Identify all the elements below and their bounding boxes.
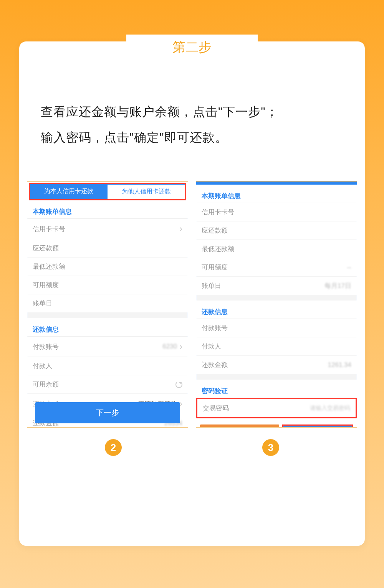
instruction-line-2: 输入密码，点击"确定"即可还款。 xyxy=(41,125,343,150)
tab-other-card[interactable]: 为他人信用卡还款 xyxy=(107,184,185,199)
row-bill-date-2: 账单日 每月17日 xyxy=(196,277,357,295)
repay-info-header: 还款信息 xyxy=(27,318,188,337)
confirm-button[interactable]: 确 定 xyxy=(283,426,352,427)
step-tab: 第二步 xyxy=(126,35,258,61)
section-spacer xyxy=(27,313,188,318)
cancel-button[interactable]: 取 消 xyxy=(200,424,279,427)
label-card-no-2: 信用卡卡号 xyxy=(202,208,234,216)
label-pay-acct: 付款账号 xyxy=(33,342,59,351)
value-pay-acct: 6230 xyxy=(162,343,177,350)
row-min-amount-2: 最低还款额 xyxy=(196,240,357,258)
value-avail-credit-2: -- xyxy=(347,264,351,271)
screenshots-row: 为本人信用卡还款 为他人信用卡还款 本期账单信息 信用卡卡号 › 应还款额 最低… xyxy=(19,150,365,428)
label-min-amount: 最低还款额 xyxy=(33,262,65,271)
screenshot-2: 为本人信用卡还款 为他人信用卡还款 本期账单信息 信用卡卡号 › 应还款额 最低… xyxy=(27,181,188,428)
row-due-amount: 应还款额 xyxy=(27,239,188,258)
row-card-no-2: 信用卡卡号 xyxy=(196,203,357,221)
bill-info-header: 本期账单信息 xyxy=(27,200,188,219)
refresh-icon[interactable] xyxy=(175,381,182,388)
screenshot-3: 本期账单信息 信用卡卡号 应还款额 最低还款额 可用额度-- 账单日 每月17日… xyxy=(196,181,357,428)
label-avail-credit: 可用额度 xyxy=(33,281,59,289)
next-button[interactable]: 下一步 xyxy=(35,402,180,423)
label-repay-amount-2: 还款金额 xyxy=(202,360,228,369)
row-avail-credit-2: 可用额度-- xyxy=(196,258,357,277)
label-payer: 付款人 xyxy=(33,362,52,370)
value-bill-date-2: 每月17日 xyxy=(324,281,351,290)
section-spacer-3 xyxy=(196,374,357,380)
app-top-bar xyxy=(196,182,357,185)
row-repay-amount-2: 还款金额 1261.34 xyxy=(196,356,357,374)
step-badges: 2 3 xyxy=(19,428,365,456)
password-highlight: 交易密码 请输入交易密码 xyxy=(196,398,357,418)
label-password: 交易密码 xyxy=(203,404,229,413)
row-pay-acct[interactable]: 付款账号 6230 › xyxy=(27,337,188,357)
label-avail-credit-2: 可用额度 xyxy=(202,263,228,272)
label-payer-2: 付款人 xyxy=(202,342,221,351)
row-payer: 付款人 xyxy=(27,357,188,375)
row-password[interactable]: 交易密码 请输入交易密码 xyxy=(197,399,356,417)
label-due-amount: 应还款额 xyxy=(33,244,59,253)
badge-3: 3 xyxy=(262,439,279,456)
chevron-right-icon: › xyxy=(179,341,182,352)
label-due-amount-2: 应还款额 xyxy=(202,226,228,235)
value-repay-amount-2: 1261.34 xyxy=(328,361,351,369)
label-pay-acct-2: 付款账号 xyxy=(202,324,228,332)
row-min-amount: 最低还款额 xyxy=(27,258,188,276)
button-row: 取 消 确 定 xyxy=(196,418,357,427)
password-placeholder: 请输入交易密码 xyxy=(310,405,350,412)
label-bill-date: 账单日 xyxy=(33,299,52,308)
row-card-no[interactable]: 信用卡卡号 › xyxy=(27,219,188,239)
label-bill-date-2: 账单日 xyxy=(202,281,221,290)
instruction-line-1: 查看应还金额与账户余额，点击"下一步"； xyxy=(41,99,343,125)
instruction-card: 第二步 查看应还金额与账户余额，点击"下一步"； 输入密码，点击"确定"即可还款… xyxy=(19,41,365,546)
row-avail-credit: 可用额度 xyxy=(27,276,188,294)
tabs-highlight: 为本人信用卡还款 为他人信用卡还款 xyxy=(29,183,186,200)
row-due-amount-2: 应还款额 xyxy=(196,221,357,240)
label-card-no: 信用卡卡号 xyxy=(33,225,65,233)
row-bill-date: 账单日 xyxy=(27,294,188,313)
chevron-right-icon: › xyxy=(179,223,182,234)
label-min-amount-2: 最低还款额 xyxy=(202,244,234,253)
section-spacer-2 xyxy=(196,295,357,301)
bill-info-header-2: 本期账单信息 xyxy=(196,185,357,203)
label-avail-balance: 可用余额 xyxy=(33,380,59,389)
row-payer-2: 付款人 xyxy=(196,337,357,356)
row-avail-balance: 可用余额 xyxy=(27,375,188,394)
badge-2: 2 xyxy=(105,439,122,456)
screen-2-inner: 为本人信用卡还款 为他人信用卡还款 本期账单信息 信用卡卡号 › 应还款额 最低… xyxy=(27,182,188,427)
screen-3-inner: 本期账单信息 信用卡卡号 应还款额 最低还款额 可用额度-- 账单日 每月17日… xyxy=(196,182,357,427)
tab-own-card[interactable]: 为本人信用卡还款 xyxy=(30,184,107,199)
pw-header: 密码验证 xyxy=(196,380,357,398)
confirm-highlight: 确 定 xyxy=(282,424,353,427)
repay-info-header-2: 还款信息 xyxy=(196,301,357,319)
row-pay-acct-2: 付款账号 xyxy=(196,319,357,337)
